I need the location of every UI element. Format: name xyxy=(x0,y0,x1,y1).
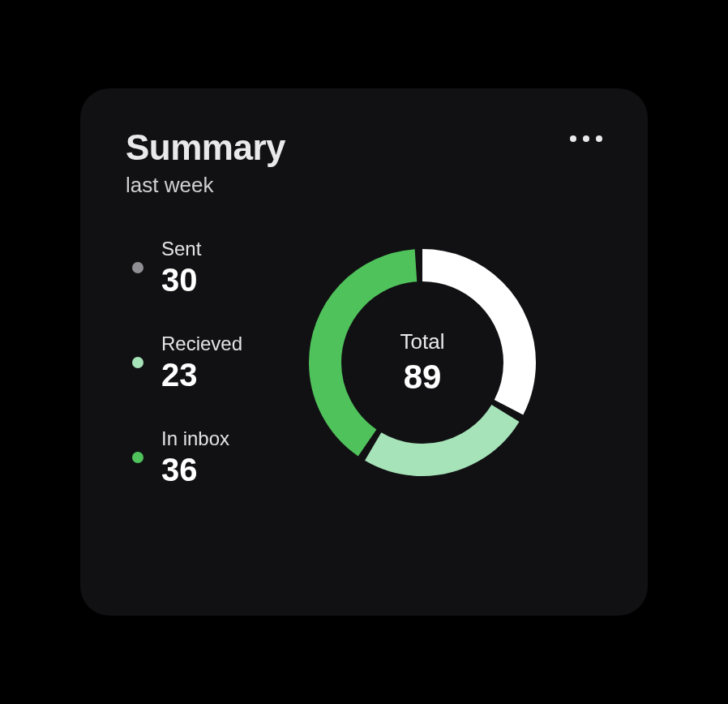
legend-value: 23 xyxy=(161,357,242,393)
legend-text: In inbox 36 xyxy=(161,427,229,488)
summary-card: Summary last week Sent 30 Recieved 23 xyxy=(80,88,648,616)
legend-dot-icon xyxy=(132,357,143,368)
legend-value: 30 xyxy=(161,262,201,298)
legend-item-sent: Sent 30 xyxy=(132,238,242,298)
donut-chart-container: Total 89 xyxy=(242,237,602,488)
legend: Sent 30 Recieved 23 In inbox 36 xyxy=(126,238,242,488)
title-block: Summary last week xyxy=(126,127,285,198)
legend-text: Sent 30 xyxy=(161,238,201,298)
legend-item-recieved: Recieved 23 xyxy=(132,333,242,393)
card-title: Summary xyxy=(126,127,285,168)
legend-item-in-inbox: In inbox 36 xyxy=(132,427,242,488)
legend-dot-icon xyxy=(132,262,143,273)
legend-value: 36 xyxy=(161,452,229,488)
donut-center-value: 89 xyxy=(404,358,442,397)
dots-icon xyxy=(583,135,589,142)
donut-center-label: Total xyxy=(400,329,445,354)
dots-icon xyxy=(570,135,576,142)
card-header: Summary last week xyxy=(126,127,602,198)
donut-chart: Total 89 xyxy=(297,237,548,488)
dots-icon xyxy=(596,135,602,142)
legend-dot-icon xyxy=(132,452,143,463)
legend-label: Recieved xyxy=(161,333,242,355)
donut-center: Total 89 xyxy=(297,237,548,488)
card-content: Sent 30 Recieved 23 In inbox 36 xyxy=(126,237,602,488)
card-subtitle: last week xyxy=(126,173,285,198)
legend-label: In inbox xyxy=(161,427,229,450)
legend-label: Sent xyxy=(161,238,201,260)
more-options-button[interactable] xyxy=(570,127,602,150)
legend-text: Recieved 23 xyxy=(161,333,242,393)
